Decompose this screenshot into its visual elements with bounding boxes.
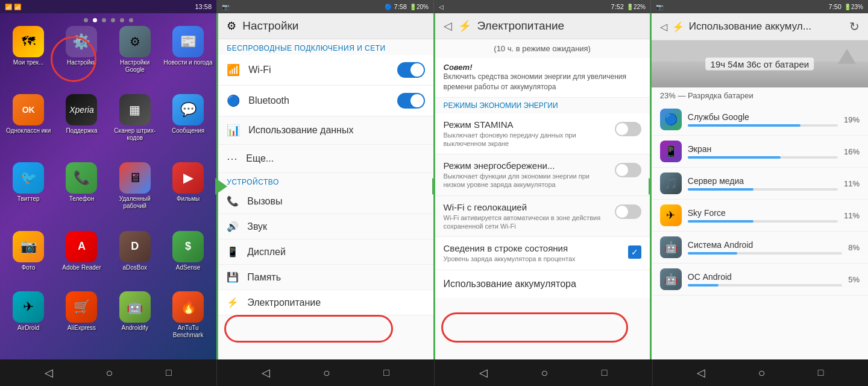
status-time-home: 13:58 — [195, 3, 212, 10]
tip-text: Включить средства экономии энергии для у… — [444, 72, 641, 92]
home-btn-settings[interactable]: ○ — [323, 366, 330, 380]
app-twitter[interactable]: 🐦 Твиттер — [4, 162, 53, 227]
settings-item-more[interactable]: ⋯ Еще... — [218, 145, 433, 173]
settings-wifi-label: Wi-Fi — [248, 65, 388, 75]
power-item-battery-usage[interactable]: Использование аккумулятора — [435, 270, 650, 298]
settings-item-bluetooth[interactable]: 🔵 Bluetooth — [218, 86, 433, 116]
app-phone-label: Телефон — [69, 195, 94, 202]
app-mytreks[interactable]: 🗺 Мои трек... — [4, 26, 53, 90]
settings-calls-label: Вызовы — [247, 196, 424, 207]
recent-btn-battery[interactable]: □ — [818, 367, 824, 378]
dot-5 — [120, 18, 124, 22]
settings-item-memory[interactable]: 💾 Память — [218, 265, 433, 290]
status-bar-home: 📶 📶 13:58 — [0, 0, 217, 13]
battery-item-skyforce[interactable]: ✈ Sky Force 11% — [652, 200, 868, 232]
energy-title: Режим энергосбережени... — [444, 160, 608, 171]
app-news[interactable]: 📰 Новости и погода — [163, 26, 213, 90]
settings-item-wifi[interactable]: 📶 Wi-Fi — [218, 55, 433, 86]
settings-header-title: Настройки — [242, 19, 298, 33]
power-item-status[interactable]: Сведения в строке состояния Уровень заря… — [435, 237, 650, 270]
home-btn-power[interactable]: ○ — [541, 366, 548, 380]
battery-usage-label: Использование аккумулятора — [444, 279, 576, 290]
android-os-bar — [688, 284, 719, 286]
app-photo[interactable]: 📷 Фото — [4, 231, 53, 288]
nav-bar-power: ◁ ○ □ — [434, 359, 652, 386]
settings-display-label: Дисплей — [247, 247, 424, 258]
settings-item-sound[interactable]: 🔊 Звук — [218, 214, 433, 239]
skyforce-bar-container — [688, 220, 838, 223]
media-server-bar-container — [688, 188, 838, 191]
app-ok[interactable]: OK Одноклассн ики — [4, 94, 53, 159]
home-btn-battery[interactable]: ○ — [758, 366, 765, 380]
recent-btn-settings[interactable]: □ — [383, 367, 389, 378]
status-time-power: 7:52 — [611, 3, 624, 10]
settings-item-power[interactable]: ⚡ Электропитание — [218, 290, 433, 315]
bluetooth-toggle[interactable] — [397, 93, 425, 109]
battery-icon-battery: 🔋23% — [844, 4, 863, 10]
battery-item-android-sys[interactable]: 🤖 Система Android 8% — [652, 232, 868, 264]
home-btn-home[interactable]: ○ — [105, 366, 113, 380]
back-arrow-power[interactable]: ◁ — [444, 19, 452, 33]
battery-item-google[interactable]: 🔵 Службы Google 19% — [652, 104, 868, 136]
tip-title: Совет! — [444, 63, 641, 72]
section-device-header: УСТРОЙСТВО — [218, 173, 433, 189]
status-checkbox[interactable]: ✓ — [628, 245, 641, 259]
panel-home: 🗺 Мои трек... ⚙️ Настройки ⚙ Настройки G… — [0, 13, 216, 359]
battery-item-media[interactable]: 🎵 Сервер медиа 11% — [652, 168, 868, 200]
back-btn-settings[interactable]: ◁ — [262, 366, 270, 379]
sound-icon: 🔊 — [227, 221, 239, 232]
app-settings[interactable]: ⚙️ Настройки — [57, 26, 106, 90]
power-item-stamina[interactable]: Режим STAMINA Выключает фоновую передачу… — [435, 113, 650, 155]
settings-header-icon: ⚙ — [227, 19, 236, 33]
screen-bar — [688, 156, 781, 159]
settings-item-display[interactable]: 📱 Дисплей — [218, 239, 433, 265]
power-item-energy[interactable]: Режим энергосбережени... Выключает функц… — [435, 154, 650, 196]
battery-item-android-os[interactable]: 🤖 ОС Android 5% — [652, 264, 868, 296]
app-scanner[interactable]: ▦ Сканер штрих-кодов — [110, 94, 160, 159]
app-aliexpress[interactable]: 🛒 AliExpress — [57, 291, 106, 356]
power-wifi-text: Wi-Fi с геолокацией Wi-Fi активируется а… — [444, 202, 608, 231]
settings-header: ⚙ Настройки — [218, 13, 433, 39]
wifi-toggle[interactable] — [397, 62, 425, 78]
settings-item-data[interactable]: 📊 Использование данных — [218, 116, 433, 145]
power-stamina-text: Режим STAMINA Выключает фоновую передачу… — [444, 119, 608, 148]
back-arrow-battery[interactable]: ◁ — [660, 21, 667, 33]
app-grid: 🗺 Мои трек... ⚙️ Настройки ⚙ Настройки G… — [4, 26, 213, 356]
refresh-icon[interactable]: ↻ — [849, 19, 860, 34]
back-btn-battery[interactable]: ◁ — [697, 366, 705, 379]
app-phone[interactable]: 📞 Телефон — [57, 162, 106, 227]
app-adsense[interactable]: $ AdSense — [163, 231, 213, 288]
back-btn-power[interactable]: ◁ — [479, 366, 488, 379]
app-androidify[interactable]: 🤖 Androidify — [110, 291, 160, 356]
settings-item-calls[interactable]: 📞 Вызовы — [218, 189, 433, 214]
app-dosbox[interactable]: D aDosBox — [110, 231, 160, 288]
stamina-toggle[interactable] — [615, 122, 641, 136]
app-settings-label: Настройки — [67, 59, 96, 66]
app-aliexpress-label: AliExpress — [68, 324, 96, 331]
media-server-app-icon: 🎵 — [660, 172, 682, 194]
app-gsettings[interactable]: ⚙ Настройки Google — [110, 26, 160, 90]
settings-bluetooth-label: Bluetooth — [248, 95, 388, 106]
battery-percent-text: 23% — Разрядка батареи — [652, 87, 868, 104]
app-movies[interactable]: ▶ Фильмы — [163, 162, 213, 227]
android-os-info: ОС Android — [688, 272, 842, 286]
recent-btn-power[interactable]: □ — [602, 367, 608, 378]
memory-icon: 💾 — [227, 271, 239, 283]
app-messages[interactable]: 💬 Сообщения — [163, 94, 213, 159]
battery-item-screen[interactable]: 📱 Экран 16% — [652, 136, 868, 168]
skyforce-bar — [688, 220, 754, 223]
app-adobe[interactable]: A Adobe Reader — [57, 231, 106, 288]
recent-btn-home[interactable]: □ — [166, 367, 172, 378]
back-btn-home[interactable]: ◁ — [45, 366, 53, 379]
wifi-geo-toggle[interactable] — [615, 204, 641, 219]
energy-toggle[interactable] — [615, 163, 641, 177]
status-bar-battery: 📷 7:50 🔋23% — [651, 0, 868, 13]
panel-power: ◁ ⚡ Электропитание (10 ч. в режиме ожида… — [435, 13, 650, 359]
app-remote[interactable]: 🖥 Удаленный рабочий — [110, 162, 160, 227]
app-xperia[interactable]: Xperia Поддержка — [57, 94, 106, 159]
settings-sound-label: Звук — [247, 221, 424, 232]
power-item-wifi[interactable]: Wi-Fi с геолокацией Wi-Fi активируется а… — [435, 196, 650, 238]
app-airdroid[interactable]: ✈ AirDroid — [4, 291, 53, 356]
media-server-info: Сервер медиа — [688, 176, 838, 191]
app-antutu[interactable]: 🔥 AnTuTu Benchmark — [163, 291, 213, 356]
